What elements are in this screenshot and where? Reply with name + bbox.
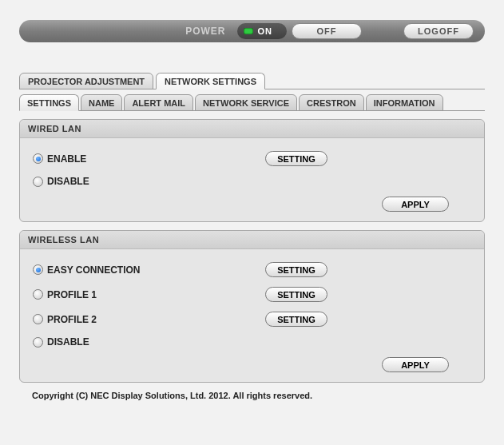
logoff-button[interactable]: LOGOFF [403,23,474,39]
main-tabs: PROJECTOR ADJUSTMENT NETWORK SETTINGS [19,73,485,89]
wired-enable-radio[interactable] [33,153,43,164]
wired-disable-row: DISABLE [33,176,471,187]
power-led-icon [244,28,253,34]
wireless-p2-setting-button[interactable]: SETTING [265,312,327,327]
wired-disable-radio[interactable] [33,177,43,187]
wired-lan-title: WIRED LAN [20,120,484,138]
subtab-crestron[interactable]: CRESTRON [299,94,364,111]
power-off-button[interactable]: OFF [292,23,362,39]
power-bar: POWER ON OFF LOGOFF [19,20,485,42]
wireless-p1-row: PROFILE 1 SETTING [33,287,471,302]
subtab-information[interactable]: INFORMATION [366,94,443,111]
wireless-p2-row: PROFILE 2 SETTING [33,312,471,327]
wireless-lan-title: WIRELESS LAN [20,231,484,249]
wireless-p1-setting-button[interactable]: SETTING [265,287,327,302]
wireless-easy-radio[interactable] [33,264,43,275]
wired-enable-label: ENABLE [47,153,86,165]
wired-apply-button[interactable]: APPLY [382,197,449,212]
footer-copyright: Copyright (C) NEC Display Solutions, Ltd… [32,391,485,400]
power-on-button[interactable]: ON [237,23,288,39]
power-on-label: ON [258,26,273,36]
sub-tabs: SETTINGS NAME ALERT MAIL NETWORK SERVICE… [19,94,485,111]
wireless-p1-radio[interactable] [33,289,43,300]
wireless-apply-button[interactable]: APPLY [382,357,449,372]
wired-setting-button[interactable]: SETTING [265,151,327,166]
wired-enable-row: ENABLE SETTING [33,151,471,166]
wireless-easy-row: EASY CONNECTION SETTING [33,262,471,277]
wireless-disable-label: DISABLE [47,336,89,348]
power-label: POWER [185,26,225,37]
wireless-disable-row: DISABLE [33,336,471,348]
subtab-name[interactable]: NAME [81,94,122,111]
wireless-p1-label: PROFILE 1 [47,289,97,300]
wireless-easy-label: EASY CONNECTION [47,264,140,276]
wireless-lan-panel: WIRELESS LAN EASY CONNECTION SETTING PRO… [19,230,485,383]
tab-projector-adjustment[interactable]: PROJECTOR ADJUSTMENT [19,73,153,89]
wireless-disable-radio[interactable] [33,337,43,348]
subtab-network-service[interactable]: NETWORK SERVICE [195,94,297,111]
wired-disable-label: DISABLE [47,176,89,187]
subtab-alert-mail[interactable]: ALERT MAIL [124,94,193,111]
wireless-p2-radio[interactable] [33,314,43,324]
tab-network-settings[interactable]: NETWORK SETTINGS [156,73,265,89]
wireless-easy-setting-button[interactable]: SETTING [265,262,327,277]
wireless-p2-label: PROFILE 2 [47,314,97,325]
wired-lan-panel: WIRED LAN ENABLE SETTING DISABLE APPLY [19,119,485,222]
subtab-settings[interactable]: SETTINGS [19,94,79,111]
